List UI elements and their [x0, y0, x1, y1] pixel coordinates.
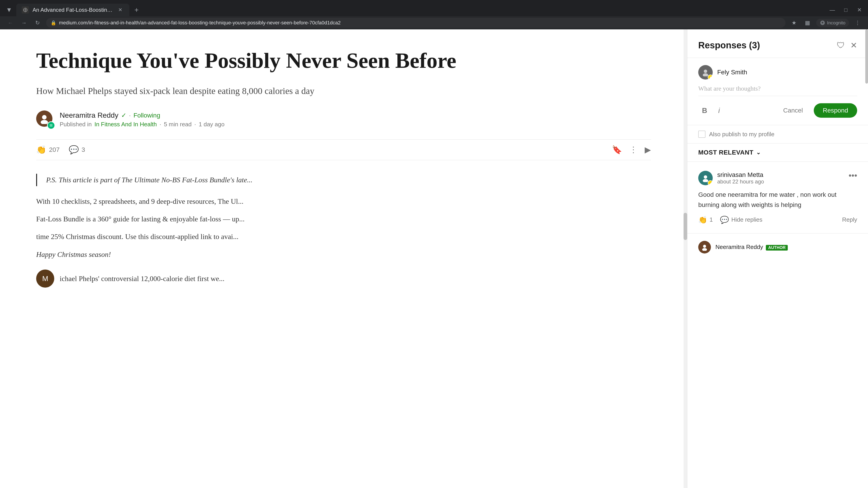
browser-chrome: ▼ An Advanced Fat-Loss-Boosting... ✕ + —… [0, 0, 868, 29]
comment-1-reply-button[interactable]: Reply [842, 216, 857, 223]
comment-2-info: Neeramitra Reddy AUTHOR [715, 243, 788, 251]
italic-button[interactable]: i [713, 104, 725, 117]
time-ago: 1 day ago [199, 121, 224, 128]
sort-chevron-icon: ⌄ [756, 149, 761, 156]
respond-button[interactable]: Respond [814, 103, 857, 118]
blockquote-section: P.S. This article is part of The Ultimat… [36, 174, 651, 186]
composer-input[interactable]: What are your thoughts? [698, 85, 857, 96]
panel-scrollbar[interactable] [865, 29, 868, 488]
panel-scrollbar-thumb[interactable] [865, 29, 868, 84]
tab-favicon [22, 6, 29, 13]
share-action[interactable]: ⋮ [629, 145, 638, 155]
separator: · [129, 112, 131, 119]
next-line-text: ichael Phelps' controversial 12,000-calo… [60, 272, 224, 285]
comment-count: 3 [82, 146, 85, 153]
cancel-button[interactable]: Cancel [778, 104, 808, 117]
comment-1-hide-replies[interactable]: 💬 Hide replies [720, 216, 762, 224]
incognito-badge: Incognito [816, 19, 849, 27]
tab-switcher-button[interactable]: ▼ [4, 4, 14, 15]
svg-point-10 [702, 248, 707, 251]
comment-1-clap-action[interactable]: 👏 1 [698, 216, 713, 224]
nav-bar: ← → ↻ 🔒 medium.com/in-fitness-and-in-hea… [0, 16, 868, 29]
svg-point-7 [704, 175, 707, 179]
clap-action[interactable]: 👏 207 [36, 145, 60, 155]
forward-button[interactable]: → [19, 18, 29, 28]
author-row: Neeramitra Reddy ✓ · Following Published… [36, 110, 651, 129]
comment-1-clap-count: 1 [710, 216, 713, 223]
url-bar[interactable]: 🔒 medium.com/in-fitness-and-in-health/an… [46, 18, 785, 28]
comment-2-avatar [698, 241, 711, 254]
tab-close-button[interactable]: ✕ [117, 6, 124, 13]
article-actions-bar: 👏 207 💬 3 🔖 ⋮ ▶ [36, 139, 651, 160]
comment-replies-icon: 💬 [720, 216, 729, 224]
following-button[interactable]: Following [133, 112, 160, 119]
sort-button[interactable]: MOST RELEVANT ⌄ [698, 149, 761, 156]
close-responses-button[interactable]: ✕ [850, 41, 857, 50]
reload-button[interactable]: ↻ [33, 18, 42, 28]
composer-username: Fely Smith [717, 69, 747, 76]
svg-point-4 [41, 120, 48, 124]
lock-icon: 🔒 [51, 20, 56, 26]
next-section-icon: M [36, 269, 54, 288]
shield-icon[interactable]: 🛡 [837, 41, 845, 50]
dot-sep1: · [160, 121, 161, 128]
responses-header: Responses (3) 🛡 ✕ [687, 29, 868, 58]
bookmark-action[interactable]: 🔖 [612, 145, 622, 155]
minimize-button[interactable]: — [827, 5, 837, 15]
comment-1-user-info: srinivasan Metta about 22 hours ago [717, 171, 764, 185]
tab-bar: ▼ An Advanced Fat-Loss-Boosting... ✕ + —… [0, 0, 868, 16]
article-fade [0, 443, 687, 488]
tab-title: An Advanced Fat-Loss-Boosting... [33, 7, 113, 13]
publication-badge [47, 121, 55, 129]
play-action[interactable]: ▶ [645, 145, 651, 155]
svg-point-6 [703, 73, 708, 76]
responses-panel: Responses (3) 🛡 ✕ ✦ Fely Smith What are … [687, 29, 868, 488]
comment-clap-icon: 👏 [698, 216, 707, 224]
author-name-row: Neeramitra Reddy ✓ · Following [60, 111, 224, 120]
scrollbar-thumb[interactable] [684, 213, 687, 240]
body-text-3: time 25% Christmas discount. Use this di… [36, 230, 651, 242]
author-badge: AUTHOR [766, 245, 788, 251]
composer-toolbar: B i Cancel Respond [698, 103, 857, 118]
composer-avatar: ✦ [698, 65, 713, 79]
extensions-button[interactable]: ▦ [803, 18, 813, 28]
format-buttons: B i [698, 104, 725, 117]
svg-point-8 [703, 179, 708, 182]
comment-action[interactable]: 💬 3 [69, 145, 85, 155]
back-button[interactable]: ← [5, 18, 16, 28]
comment-1-time: about 22 hours ago [717, 178, 764, 185]
composer-user-row: ✦ Fely Smith [698, 65, 857, 79]
publication-link[interactable]: In Fitness And In Health [94, 121, 157, 128]
maximize-button[interactable]: □ [841, 5, 851, 15]
hide-replies-label: Hide replies [731, 216, 762, 223]
author-name[interactable]: Neeramitra Reddy [60, 111, 119, 120]
action-right-group: 🔖 ⋮ ▶ [612, 145, 651, 155]
bold-button[interactable]: B [698, 104, 711, 117]
url-text: medium.com/in-fitness-and-in-health/an-a… [59, 20, 781, 26]
next-section-preview: M ichael Phelps' controversial 12,000-ca… [36, 269, 651, 288]
comment-1-body: Good one neeramitra for me water , non w… [698, 190, 857, 210]
dot-sep2: · [194, 121, 196, 128]
composer-section: ✦ Fely Smith What are your thoughts? B i… [687, 58, 868, 125]
comment-1-header: srinivasan Metta about 22 hours ago ••• [698, 171, 857, 185]
publish-row: Also publish to my profile [687, 125, 868, 143]
verified-icon: ✓ [121, 111, 126, 119]
body-text-1: With 10 checklists, 2 spreadsheets, and … [36, 195, 651, 207]
comment-1-footer: 👏 1 💬 Hide replies Reply [698, 216, 857, 224]
blockquote-text-1: P.S. This article is part of The Ultimat… [46, 174, 651, 186]
article-title: Technique You've Possibly Never Seen Bef… [36, 47, 651, 73]
close-button[interactable]: ✕ [855, 5, 864, 15]
menu-button[interactable]: ⋮ [852, 18, 863, 28]
page-scrollbar[interactable] [684, 29, 687, 488]
comment-1-more-button[interactable]: ••• [848, 171, 857, 180]
comment-1-username[interactable]: srinivasan Metta [717, 171, 764, 178]
active-tab[interactable]: An Advanced Fat-Loss-Boosting... ✕ [16, 4, 129, 16]
new-tab-button[interactable]: + [131, 4, 142, 15]
bookmark-button[interactable]: ★ [789, 18, 799, 28]
author-avatar-wrapper [36, 110, 54, 129]
composer-avatar-badge: ✦ [708, 74, 713, 79]
article-subtitle: How Michael Phelps stayed six-pack lean … [36, 84, 651, 98]
publish-checkbox[interactable] [698, 131, 706, 138]
published-in-label: Published in [60, 121, 92, 128]
svg-point-3 [42, 115, 46, 120]
